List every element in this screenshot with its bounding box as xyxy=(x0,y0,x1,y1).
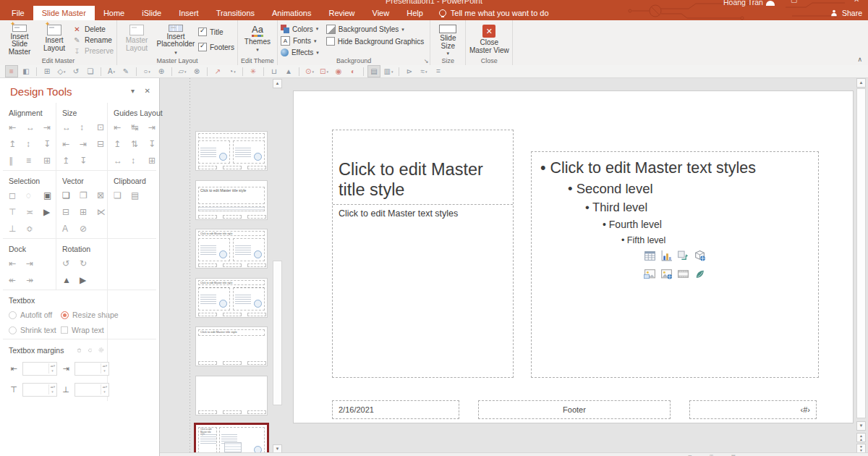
canvas-scrollbar-thumb[interactable] xyxy=(856,88,866,418)
release-compound-icon[interactable]: ⊘ xyxy=(80,224,90,234)
matrix-icon[interactable]: ⊡▾ xyxy=(318,65,331,77)
close-master-view-button[interactable]: ✕ Close Master View xyxy=(469,22,509,56)
stretch-bottom-icon[interactable]: ↧ xyxy=(80,156,90,166)
restore-window-icon[interactable]: ▢ xyxy=(791,0,797,4)
islide-menu-icon[interactable]: ≡ xyxy=(5,65,18,77)
previous-slide-button[interactable]: ▲▲ xyxy=(856,433,866,442)
center-on-slide-icon[interactable]: ⊞ xyxy=(43,156,54,166)
line-tool-icon[interactable]: ▱▾ xyxy=(176,65,189,77)
text-tool-icon[interactable]: A▾ xyxy=(105,65,118,77)
theme-refresh-icon[interactable]: ↺ xyxy=(69,65,82,77)
guide-width-icon[interactable]: ↔ xyxy=(114,156,124,166)
status-view-icon-1[interactable]: ▭ xyxy=(688,453,692,456)
clear-margins-icon[interactable] xyxy=(77,346,82,355)
guide-center-icon[interactable]: ↹ xyxy=(131,123,142,132)
panel-menu-icon[interactable]: ▾ xyxy=(131,87,135,95)
spinner-arrows-icon[interactable]: ▴▾ xyxy=(101,384,108,394)
align-bottom-icon[interactable]: ↧ xyxy=(43,140,54,149)
fragment-icon[interactable]: ⊞ xyxy=(80,208,90,217)
date-placeholder[interactable]: 2/16/2021 xyxy=(332,400,459,419)
export-icon[interactable]: ↗ xyxy=(211,65,224,77)
bullet-level-2[interactable]: • Second level xyxy=(532,179,815,198)
tab-islide[interactable]: iSlide xyxy=(133,6,170,20)
smart-diagram-icon[interactable]: ◇▾ xyxy=(55,65,68,77)
tab-animations[interactable]: Animations xyxy=(263,6,320,20)
image-tool-icon[interactable]: ▲ xyxy=(282,65,295,77)
hide-background-graphics-checkbox[interactable]: Hide Background Graphics xyxy=(326,37,425,46)
align-middle-icon[interactable]: ↕ xyxy=(26,140,37,149)
background-styles-button[interactable]: Background Styles▾ xyxy=(326,25,425,34)
guide-left-icon[interactable]: ⇤ xyxy=(114,123,124,132)
guide-right-icon[interactable]: ⇥ xyxy=(148,123,159,132)
align-center-icon[interactable]: ↔ xyxy=(26,123,37,132)
account-name[interactable]: Hoang Tran xyxy=(723,0,763,7)
stretch-width-icon[interactable]: ⊟ xyxy=(97,140,108,149)
insert-3d-model-icon[interactable] xyxy=(694,250,706,265)
tell-me-box[interactable]: Tell me what you want to do xyxy=(439,6,549,20)
align-top-icon[interactable]: ↥ xyxy=(9,140,20,149)
distribute-horizontal-icon[interactable]: ∥ xyxy=(9,156,20,166)
insert-smartart-icon[interactable] xyxy=(677,250,689,265)
insert-shape-icon[interactable]: ⊕ xyxy=(155,65,168,77)
subtract-icon[interactable]: ⊟ xyxy=(62,208,73,217)
preserve-button[interactable]: ↧Preserve xyxy=(72,47,114,55)
intersect-icon[interactable]: ⊠ xyxy=(97,191,108,200)
panel-close-icon[interactable]: ✕ xyxy=(145,87,150,95)
status-view-icon-3[interactable]: ▤ xyxy=(731,453,736,456)
bullet-level-3[interactable]: • Third level xyxy=(532,198,815,216)
align-right-icon[interactable]: ⇥ xyxy=(43,123,54,132)
dialog-launcher-icon[interactable]: ↘ xyxy=(424,58,429,64)
tab-view[interactable]: View xyxy=(364,6,399,20)
offset-right-icon[interactable]: ↠ xyxy=(26,276,37,285)
left-margin-input[interactable]: ▴▾ xyxy=(22,362,57,376)
same-height-icon[interactable]: ↕ xyxy=(80,123,90,132)
same-width-icon[interactable]: ↔ xyxy=(62,123,73,132)
delete-button[interactable]: ✕Delete xyxy=(72,25,114,33)
tab-transitions[interactable]: Transitions xyxy=(208,6,263,20)
layout-view-icon[interactable]: ▥▾ xyxy=(382,65,395,77)
tab-help[interactable]: Help xyxy=(398,6,432,20)
footer-placeholder[interactable]: Footer xyxy=(478,400,671,419)
merge-shapes-icon[interactable]: ⊗ xyxy=(190,65,203,77)
insert-placeholder-button[interactable]: Insert Placeholder ▾ xyxy=(155,22,197,56)
rename-button[interactable]: ✎Rename xyxy=(72,36,114,44)
tab-review[interactable]: Review xyxy=(320,6,363,20)
textbox-option-wrap-text[interactable]: Wrap text xyxy=(61,326,113,334)
top-margin-input[interactable]: ▴▾ xyxy=(22,383,57,397)
copy-icon[interactable]: ❏ xyxy=(114,191,124,200)
canvas-scroll-up-icon[interactable]: ▲ xyxy=(856,78,866,88)
thumbnail-7-content-caption[interactable]: Click to edit Master title style xyxy=(195,424,268,456)
insert-table-icon[interactable] xyxy=(644,250,656,265)
box-select-icon[interactable]: ◻ xyxy=(9,191,20,200)
slide-size-button[interactable]: Slide Size ▾ xyxy=(433,22,462,56)
select-below-icon[interactable]: ⊥ xyxy=(9,224,20,234)
flip-vertical-icon[interactable]: ▲ xyxy=(62,276,73,285)
guide-top-icon[interactable]: ↥ xyxy=(114,140,124,149)
textbox-option-resize-shape[interactable]: Resize shape xyxy=(61,311,113,319)
stretch-right-icon[interactable]: ⇥ xyxy=(80,140,90,149)
thumbnail-1-two-content-partial[interactable] xyxy=(195,131,268,171)
title-checkbox[interactable]: Title xyxy=(198,28,234,36)
insert-layout-button[interactable]: Insert Layout xyxy=(38,22,71,56)
account-avatar[interactable] xyxy=(765,0,780,8)
master-layout-button[interactable]: Master Layout xyxy=(120,22,153,56)
union-icon[interactable]: ❏ xyxy=(62,191,73,200)
target-icon[interactable]: ⊙▾ xyxy=(303,65,316,77)
thumbnail-3-two-content[interactable]: Click to edit Master title style xyxy=(195,229,268,269)
spinner-arrows-icon[interactable]: ▴▾ xyxy=(48,363,56,373)
color-library-icon[interactable]: ◧ xyxy=(20,65,33,77)
reset-margins-icon[interactable] xyxy=(88,346,93,355)
share-button[interactable]: Share xyxy=(829,8,862,18)
thumbnail-2-title[interactable]: Click to edit Master title style xyxy=(195,180,268,220)
bullet-level-4[interactable]: • Fourth level xyxy=(532,216,815,233)
guide-middle-icon[interactable]: ⇅ xyxy=(131,140,142,149)
insert-slide-master-button[interactable]: Insert Slide Master xyxy=(3,22,36,56)
transform-icon[interactable]: ⋉ xyxy=(97,208,108,217)
combine-icon[interactable]: ❐ xyxy=(80,191,90,200)
effects-icon[interactable]: ✳ xyxy=(247,65,260,77)
container-icon[interactable]: ⊔ xyxy=(268,65,281,77)
play-icon[interactable]: ⊳ xyxy=(403,65,416,77)
guide-height-icon[interactable]: ↕ xyxy=(131,156,142,166)
select-same-icon[interactable]: ≍ xyxy=(26,208,37,217)
textbox-option-shrink-text[interactable]: Shrink text xyxy=(9,326,61,334)
